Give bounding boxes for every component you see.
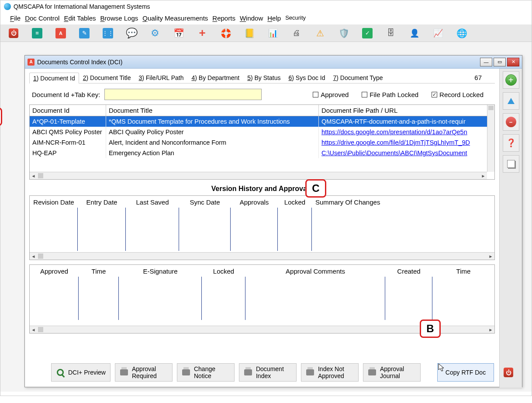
life-ring-icon[interactable]: 🛟 xyxy=(221,28,231,38)
checkbox-record-locked[interactable]: ✓Record Locked xyxy=(432,91,484,98)
dialog-titlebar[interactable]: A Documents Control Index (DCI) — ▭ ✕ xyxy=(25,56,522,69)
report-icon[interactable]: 📈 xyxy=(433,28,443,38)
grid-header: Document Id Document Title Document File… xyxy=(30,105,494,116)
dialog-icon: A xyxy=(28,59,35,66)
menu-help[interactable]: Help xyxy=(267,14,281,22)
print-icon[interactable]: 🖨 xyxy=(291,28,302,38)
tab-document-id[interactable]: 1) Document Id xyxy=(29,73,79,83)
app-title: QMSCAPA for International Management Sys… xyxy=(14,3,150,10)
dialog-title: Documents Control Index (DCI) xyxy=(37,59,479,66)
chat-icon[interactable]: 💬 xyxy=(126,28,137,38)
col-doc-path[interactable]: Document File Path / URL xyxy=(319,105,494,116)
menu-window[interactable]: Window xyxy=(240,14,263,22)
maximize-button[interactable]: ▭ xyxy=(494,58,506,66)
calendar-icon[interactable]: 📅 xyxy=(173,28,184,38)
version-history-grid[interactable]: Revision Date Entry Date Last Saved Sync… xyxy=(29,195,495,260)
col-doc-title[interactable]: Document Title xyxy=(106,105,319,116)
document-index-button[interactable]: DocumentIndex xyxy=(239,363,297,382)
callout-b: B xyxy=(420,320,441,338)
globe-search-icon[interactable]: 🌐 xyxy=(456,28,467,38)
approval-required-label: ApprovalRequired xyxy=(132,365,157,379)
col-summary[interactable]: Summary Of Changes xyxy=(312,197,494,207)
dci-preview-button[interactable]: DCI+ Preview xyxy=(51,363,111,382)
v-scrollbar[interactable] xyxy=(487,105,494,172)
col-sync-date[interactable]: Sync Date xyxy=(179,197,231,207)
checkbox-approved[interactable]: Approved xyxy=(313,91,349,98)
approval-journal-button[interactable]: ApprovalJournal xyxy=(363,363,421,382)
tab-doc-type[interactable]: 7) Document Type xyxy=(329,72,387,83)
col-esig[interactable]: E-Signature xyxy=(119,266,202,276)
title-bar: QMSCAPA for International Management Sys… xyxy=(0,0,532,13)
callout-a: A xyxy=(0,108,2,126)
shield-icon[interactable]: 🛡️ xyxy=(339,28,349,38)
menubar: File Doc Control Edit Tables Browse Logs… xyxy=(0,13,532,24)
table-row[interactable]: HQ-EAPEmergency Action PlanC:\Users\Publ… xyxy=(30,148,494,158)
db-icon[interactable]: 🗄 xyxy=(386,28,396,38)
tab-document-title[interactable]: 2) Document Title xyxy=(79,72,135,83)
copy-button[interactable] xyxy=(503,155,519,173)
menu-browse-logs[interactable]: Browse Logs xyxy=(100,14,138,22)
menu-reports[interactable]: Reports xyxy=(212,14,235,22)
col-approvals[interactable]: Approvals xyxy=(231,197,278,207)
plus-icon[interactable]: + xyxy=(197,28,207,38)
gear-icon[interactable]: ⚙ xyxy=(150,28,160,38)
filter-input[interactable] xyxy=(104,89,262,100)
grid-icon[interactable]: ⋮⋮ xyxy=(103,28,113,38)
checkbox-filepath-locked[interactable]: File Path Locked xyxy=(362,91,418,98)
change-notice-button[interactable]: ChangeNotice xyxy=(177,363,235,382)
adobe-icon[interactable]: A xyxy=(55,28,66,38)
table-row[interactable]: AIM-NCR-Form-01Alert, Incident and Nonco… xyxy=(30,137,494,148)
record-count: 67 xyxy=(474,74,495,81)
index-not-approved-button[interactable]: Index NotApproved xyxy=(301,363,359,382)
filter-row: Document Id +Tab Key: Approved File Path… xyxy=(29,83,495,104)
col-revision-date[interactable]: Revision Date xyxy=(30,197,78,207)
col-entry-date[interactable]: Entry Date xyxy=(78,197,126,207)
warning-icon[interactable]: ⚠ xyxy=(315,28,325,38)
col-created[interactable]: Created xyxy=(385,266,432,276)
notebook-icon[interactable]: 📒 xyxy=(244,28,255,38)
approval-required-button[interactable]: ApprovalRequired xyxy=(115,363,173,382)
user-icon[interactable]: 👤 xyxy=(409,28,420,38)
version-history-title: Version History and Approvals xyxy=(29,180,495,195)
edit-button[interactable] xyxy=(503,92,519,110)
checkbox-approved-label: Approved xyxy=(321,91,349,98)
minimize-button[interactable]: — xyxy=(480,58,492,66)
add-button[interactable]: + xyxy=(503,71,519,89)
tab-sys-doc[interactable]: 6) Sys Doc Id xyxy=(284,72,329,83)
copy-rtf-button[interactable]: Copy RTF Doc xyxy=(437,363,494,382)
doc-icon[interactable]: ≡ xyxy=(32,28,42,38)
h-scrollbar-2[interactable]: ◄► xyxy=(30,252,494,260)
documents-grid[interactable]: Document Id Document Title Document File… xyxy=(29,104,495,180)
menu-security[interactable]: Security xyxy=(285,14,306,22)
edit-icon[interactable]: ✎ xyxy=(79,28,90,38)
tab-status[interactable]: 5) By Status xyxy=(243,72,284,83)
menu-edit-tables[interactable]: Edit Tables xyxy=(64,14,96,22)
col-locked2[interactable]: Locked xyxy=(202,266,245,276)
close-power-button[interactable]: ⏻ xyxy=(504,368,513,377)
tab-file-path[interactable]: 3) File/URL Path xyxy=(135,72,187,83)
menu-file[interactable]: File xyxy=(10,14,21,22)
col-locked[interactable]: Locked xyxy=(278,197,312,207)
col-time1[interactable]: Time xyxy=(79,266,119,276)
tab-department[interactable]: 4) By Department xyxy=(187,72,243,83)
h-scrollbar[interactable]: ◄► xyxy=(30,172,487,179)
table-row[interactable]: ABCI QMS Policy PosterABCI Quality Polic… xyxy=(30,127,494,137)
change-notice-label: ChangeNotice xyxy=(194,365,215,379)
menu-quality[interactable]: Quality Measurements xyxy=(142,14,208,22)
checklist-icon[interactable]: ✓ xyxy=(362,28,373,38)
delete-button[interactable]: − xyxy=(503,113,519,131)
table-row[interactable]: A*QP-01-Template*QMS Document Template f… xyxy=(30,116,494,127)
col-approved[interactable]: Approved xyxy=(30,266,79,276)
index-not-approved-label: Index NotApproved xyxy=(318,365,344,379)
col-time2[interactable]: Time xyxy=(432,266,494,276)
main-toolbar: ⏻ ≡ A ✎ ⋮⋮ 💬 ⚙ 📅 + 🛟 📒 📊 🖨 ⚠ 🛡️ ✓ 🗄 👤 📈 … xyxy=(0,24,532,42)
col-approval-comments[interactable]: Approval Comments xyxy=(245,266,385,276)
power-icon[interactable]: ⏻ xyxy=(8,28,19,38)
menu-doc-control[interactable]: Doc Control xyxy=(25,14,59,22)
help-button[interactable]: ❓ xyxy=(503,134,519,152)
col-doc-id[interactable]: Document Id xyxy=(30,105,106,116)
close-button[interactable]: ✕ xyxy=(507,58,519,66)
chart-icon[interactable]: 📊 xyxy=(268,28,278,38)
dialog-sidebar: + − ❓ xyxy=(499,69,522,388)
col-last-saved[interactable]: Last Saved xyxy=(126,197,179,207)
